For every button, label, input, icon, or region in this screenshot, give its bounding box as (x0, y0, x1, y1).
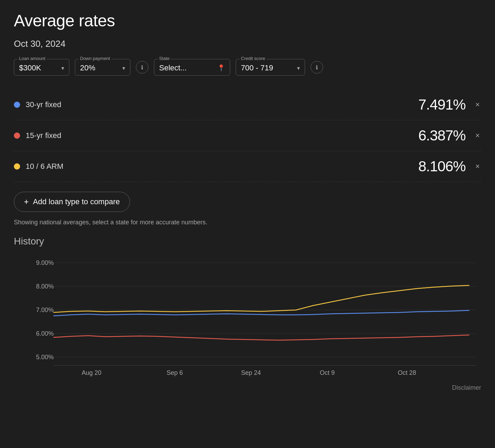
history-label: History (14, 236, 481, 247)
loan-dot-arm (14, 163, 20, 170)
down-payment-label: Down payment (79, 56, 112, 61)
disclaimer-row: Disclaimer (14, 384, 481, 391)
state-label: State (158, 56, 171, 61)
svg-text:9.00%: 9.00% (36, 259, 54, 266)
loan-amount-arrow-icon: ▾ (61, 65, 64, 71)
credit-score-info-button[interactable]: ℹ (311, 61, 323, 74)
date-label: Oct 30, 2024 (14, 38, 481, 49)
location-pin-icon: 📍 (217, 64, 225, 72)
history-chart: 9.00% 8.00% 7.00% 6.00% 5.00% Aug 20 Sep… (14, 255, 481, 380)
svg-text:5.00%: 5.00% (36, 354, 54, 361)
svg-text:Oct 9: Oct 9 (320, 369, 335, 376)
credit-score-arrow-icon: ▾ (297, 65, 300, 71)
loan-name-30yr: 30-yr fixed (26, 100, 418, 109)
loan-row-30yr: 30-yr fixed 7.491% × (14, 89, 481, 120)
15yr-line (53, 335, 469, 340)
remove-arm-button[interactable]: × (474, 162, 481, 171)
svg-text:8.00%: 8.00% (36, 283, 54, 290)
disclaimer-text: Disclaimer (452, 384, 481, 391)
down-payment-info-button[interactable]: ℹ (136, 61, 148, 74)
chart-svg: 9.00% 8.00% 7.00% 6.00% 5.00% Aug 20 Sep… (14, 255, 481, 380)
loan-rate-15yr: 6.387% (418, 127, 466, 144)
add-loan-type-button[interactable]: + Add loan type to compare (14, 192, 130, 212)
loan-dot-30yr (14, 102, 20, 108)
loan-name-arm: 10 / 6 ARM (26, 162, 418, 171)
loan-amount-label: Loan amount (18, 56, 47, 61)
loan-amount-dropdown[interactable]: Loan amount $300K ▾ (14, 59, 69, 76)
loan-rate-30yr: 7.491% (418, 96, 466, 113)
svg-text:6.00%: 6.00% (36, 330, 54, 337)
svg-text:Sep 24: Sep 24 (241, 369, 261, 376)
national-averages-note: Showing national averages, select a stat… (14, 219, 481, 226)
down-payment-dropdown[interactable]: Down payment 20% ▾ (75, 59, 130, 76)
credit-score-value: 700 - 719 (241, 63, 273, 72)
svg-text:Aug 20: Aug 20 (81, 369, 101, 376)
add-loan-label: Add loan type to compare (33, 197, 120, 206)
page-title: Average rates (14, 11, 481, 30)
remove-15yr-button[interactable]: × (474, 131, 481, 140)
loan-dot-15yr (14, 132, 20, 139)
loan-name-15yr: 15-yr fixed (26, 131, 418, 140)
filters-row: Loan amount $300K ▾ Down payment 20% ▾ ℹ… (14, 59, 481, 76)
svg-text:7.00%: 7.00% (36, 307, 54, 313)
state-value: Select... (159, 63, 186, 72)
svg-text:Oct 28: Oct 28 (398, 369, 416, 376)
credit-score-label: Credit score (240, 56, 267, 61)
loan-rate-arm: 8.106% (418, 158, 466, 175)
loan-row-15yr: 15-yr fixed 6.387% × (14, 120, 481, 151)
remove-30yr-button[interactable]: × (474, 100, 481, 109)
svg-text:Sep 6: Sep 6 (166, 369, 183, 376)
state-dropdown[interactable]: State Select... 📍 (154, 59, 230, 76)
down-payment-value: 20% (80, 63, 95, 72)
add-icon: + (24, 197, 29, 207)
loan-row-arm: 10 / 6 ARM 8.106% × (14, 151, 481, 182)
loan-amount-value: $300K (19, 63, 41, 72)
credit-score-dropdown[interactable]: Credit score 700 - 719 ▾ (236, 59, 305, 76)
down-payment-arrow-icon: ▾ (122, 65, 125, 71)
arm-line (53, 285, 469, 312)
loan-rows: 30-yr fixed 7.491% × 15-yr fixed 6.387% … (14, 89, 481, 182)
